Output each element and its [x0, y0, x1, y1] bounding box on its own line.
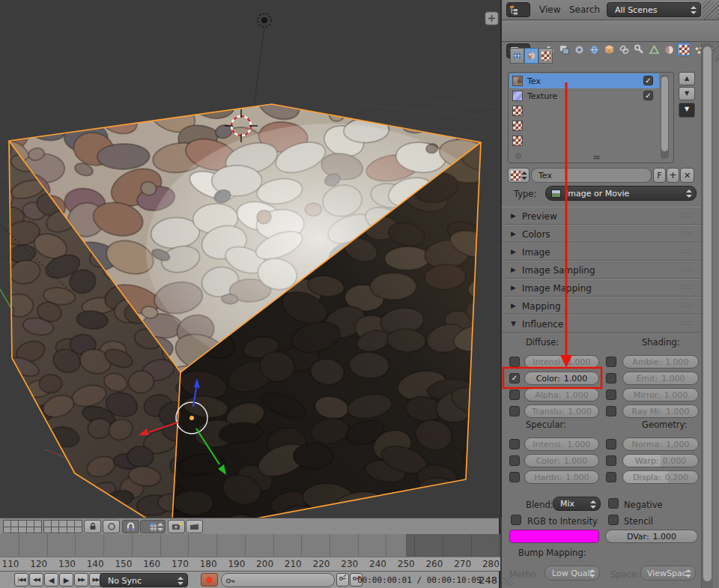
- slot-specials-button[interactable]: ▼: [679, 103, 695, 118]
- viewport-3d[interactable]: [0, 0, 502, 518]
- specular-color-checkbox[interactable]: [509, 455, 520, 466]
- texture-slot-row[interactable]: [509, 133, 659, 148]
- list-resize-handle[interactable]: =: [592, 151, 601, 163]
- layers-grid-2[interactable]: [43, 520, 82, 533]
- dvar-slider[interactable]: DVar:1.000: [605, 530, 698, 543]
- shading-raymi-checkbox[interactable]: [606, 406, 616, 416]
- properties-tab-material[interactable]: [662, 43, 676, 56]
- slot-enable-checkbox[interactable]: [643, 91, 653, 100]
- specular-intensi-checkbox[interactable]: [509, 439, 520, 449]
- diffuse-color-slider[interactable]: Color:1.000: [524, 372, 599, 385]
- specular-hardn-checkbox[interactable]: [509, 472, 520, 482]
- region-corner-grip[interactable]: [703, 1, 719, 19]
- list-scrollbar[interactable]: [661, 75, 669, 159]
- diffuse-intensi-checkbox[interactable]: [509, 357, 520, 367]
- properties-tab-world[interactable]: [572, 43, 586, 56]
- properties-tab-cube[interactable]: [602, 43, 616, 56]
- texture-slot-row-tex[interactable]: Tex: [509, 73, 659, 88]
- insert-keyframe-button[interactable]: [336, 573, 349, 587]
- panel-grip-icon[interactable]: ::::: [681, 246, 694, 255]
- geometry-norma-checkbox[interactable]: [606, 439, 616, 449]
- snap-element-dropdown[interactable]: [140, 520, 166, 533]
- panel-grip-icon[interactable]: ::::: [681, 210, 694, 219]
- panel-header-influence[interactable]: ▼Influence::::: [502, 315, 701, 333]
- play-reverse-button[interactable]: ◀: [44, 573, 58, 587]
- layers-grid-1[interactable]: [3, 520, 42, 533]
- panel-grip-icon[interactable]: ::::: [681, 228, 694, 237]
- play-button[interactable]: ▶: [59, 573, 73, 587]
- sync-dropdown[interactable]: No Sync: [100, 573, 188, 587]
- menu-search[interactable]: Search: [569, 4, 600, 15]
- texture-slot-row-texture[interactable]: Texture: [509, 88, 659, 103]
- panel-header-mapping[interactable]: ▶Mapping::::: [502, 297, 701, 315]
- specular-color-slider[interactable]: Color:1.000: [524, 454, 599, 467]
- shading-ambie-checkbox[interactable]: [606, 357, 616, 367]
- texture-type-dropdown[interactable]: Image or Movie: [545, 186, 697, 201]
- slot-enable-checkbox[interactable]: [643, 76, 653, 85]
- id-type-button[interactable]: [508, 168, 530, 183]
- jump-to-start-button[interactable]: |◀◀: [14, 573, 28, 587]
- texture-context-other[interactable]: [539, 48, 553, 64]
- diffuse-intensi-slider[interactable]: Intensi:1.000: [524, 355, 599, 369]
- panel-grip-icon[interactable]: ::::: [681, 300, 694, 309]
- stencil-checkbox[interactable]: [608, 515, 619, 525]
- timeline-editor[interactable]: 1101201301401501601701801902002102202302…: [0, 534, 500, 571]
- lock-button[interactable]: [84, 520, 101, 533]
- opengl-render-button[interactable]: [168, 520, 185, 533]
- timeline-strip[interactable]: [0, 534, 500, 557]
- specular-hardn-slider[interactable]: Hardn:1.000: [524, 470, 599, 484]
- slot-move-up-button[interactable]: ▲: [679, 72, 695, 85]
- diffuse-translu-checkbox[interactable]: [509, 406, 520, 416]
- properties-tab-wrench[interactable]: [632, 43, 646, 56]
- panel-grip-icon[interactable]: ::::: [681, 282, 694, 291]
- diffuse-color-checkbox[interactable]: [509, 373, 520, 384]
- add-slot-icon[interactable]: ⊕: [515, 151, 522, 161]
- diffuse-alpha-slider[interactable]: Alpha:1.000: [524, 388, 599, 401]
- properties-tab-link[interactable]: [617, 43, 631, 56]
- geometry-warp-slider[interactable]: Warp:0.000: [622, 454, 699, 467]
- geometry-warp-checkbox[interactable]: [606, 455, 616, 466]
- scenes-filter-dropdown[interactable]: All Scenes: [607, 2, 701, 17]
- properties-tab-scene[interactable]: [557, 43, 571, 56]
- specular-intensi-slider[interactable]: Intensi:1.000: [524, 437, 599, 451]
- texture-name-field[interactable]: Tex: [531, 168, 652, 183]
- geometry-norma-slider[interactable]: Norma:1.000: [622, 437, 699, 451]
- blend-dropdown[interactable]: Mix: [553, 497, 601, 511]
- fake-user-button[interactable]: F: [653, 168, 666, 183]
- play-reverse-fast-button[interactable]: ◀◀: [29, 573, 43, 587]
- diffuse-translu-slider[interactable]: Translu:1.000: [524, 404, 599, 418]
- unlink-texture-button[interactable]: ✕: [680, 168, 694, 183]
- snap-toggle-button[interactable]: [122, 520, 139, 533]
- timeline-resize-grip[interactable]: [488, 536, 499, 546]
- panel-grip-icon[interactable]: ::::: [681, 318, 694, 327]
- bump-space-dropdown[interactable]: ViewSpac: [640, 566, 696, 581]
- opengl-render-anim-button[interactable]: [186, 520, 203, 533]
- geometry-displa-slider[interactable]: Displa:0.200: [622, 470, 699, 484]
- panel-resize-grip[interactable]: [503, 575, 514, 586]
- texture-slot-list[interactable]: TexTexture ⊕ =: [508, 72, 674, 163]
- properties-tab-texture[interactable]: [677, 43, 691, 56]
- proportional-edit-button[interactable]: [103, 520, 120, 533]
- texture-slot-row[interactable]: [509, 103, 659, 118]
- panel-header-colors[interactable]: ▶Colors::::: [502, 225, 701, 243]
- record-button[interactable]: ●: [201, 573, 218, 587]
- menu-view[interactable]: View: [539, 4, 560, 15]
- slot-move-down-button[interactable]: ▼: [679, 87, 695, 100]
- geometry-displa-checkbox[interactable]: [606, 472, 616, 482]
- shading-raymi-slider[interactable]: Ray Mi:1.000: [622, 404, 699, 418]
- bump-method-dropdown[interactable]: Low Quali: [544, 566, 600, 581]
- shading-ambie-slider[interactable]: Ambie:1.000: [622, 355, 699, 369]
- shading-mirror-slider[interactable]: Mirror:1.000: [622, 388, 699, 401]
- panel-grip-icon[interactable]: ::::: [681, 264, 694, 273]
- shading-emit-slider[interactable]: Emit:1.000: [622, 372, 699, 385]
- texture-context-world[interactable]: [510, 48, 524, 64]
- texture-context-material[interactable]: [524, 48, 539, 64]
- texture-slot-row[interactable]: [509, 118, 659, 133]
- panel-header-image[interactable]: ▶Image::::: [502, 243, 701, 261]
- panel-header-preview[interactable]: ▶Preview::::: [502, 207, 701, 225]
- influence-color-swatch[interactable]: [509, 530, 599, 543]
- properties-tab-globe[interactable]: [587, 43, 601, 56]
- diffuse-alpha-checkbox[interactable]: [509, 390, 520, 400]
- add-region-button[interactable]: [485, 12, 498, 25]
- keying-set-field[interactable]: [221, 573, 335, 587]
